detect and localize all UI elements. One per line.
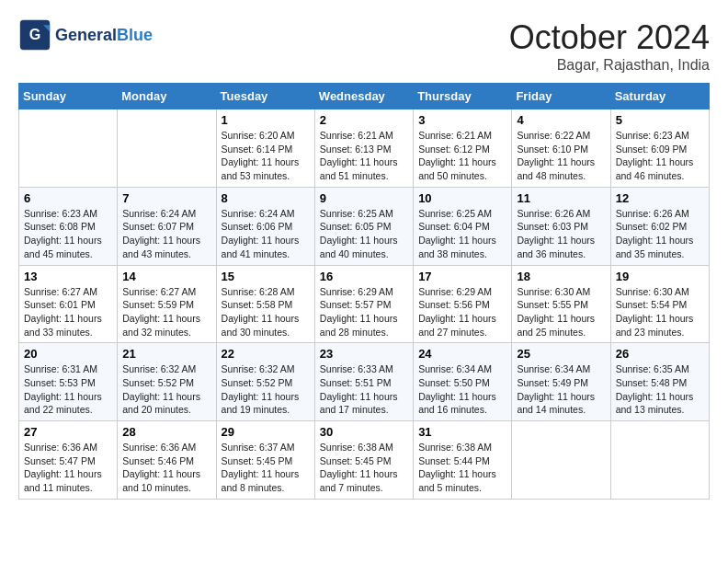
day-number: 18 bbox=[517, 270, 605, 283]
day-number: 17 bbox=[418, 270, 506, 283]
cell-content: Sunrise: 6:37 AM Sunset: 5:45 PM Dayligh… bbox=[222, 441, 310, 495]
week-row-2: 6Sunrise: 6:23 AM Sunset: 6:08 PM Daylig… bbox=[19, 187, 710, 265]
location: Bagar, Rajasthan, India bbox=[509, 57, 710, 74]
day-number: 28 bbox=[122, 425, 210, 439]
svg-text:G: G bbox=[29, 26, 41, 42]
day-number: 14 bbox=[122, 270, 210, 283]
cell-content: Sunrise: 6:24 AM Sunset: 6:06 PM Dayligh… bbox=[222, 207, 310, 261]
day-number: 24 bbox=[418, 347, 506, 361]
calendar-cell bbox=[19, 109, 118, 188]
cell-content: Sunrise: 6:26 AM Sunset: 6:03 PM Dayligh… bbox=[517, 207, 605, 261]
day-number: 11 bbox=[517, 191, 605, 205]
day-number: 25 bbox=[517, 347, 605, 361]
calendar-cell: 21Sunrise: 6:32 AM Sunset: 5:52 PM Dayli… bbox=[118, 343, 216, 421]
day-number: 6 bbox=[24, 191, 112, 205]
calendar-cell: 2Sunrise: 6:21 AM Sunset: 6:13 PM Daylig… bbox=[314, 109, 413, 188]
weekday-header-saturday: Saturday bbox=[610, 84, 709, 109]
cell-content: Sunrise: 6:21 AM Sunset: 6:12 PM Dayligh… bbox=[418, 129, 506, 183]
cell-content: Sunrise: 6:34 AM Sunset: 5:49 PM Dayligh… bbox=[517, 362, 605, 417]
cell-content: Sunrise: 6:22 AM Sunset: 6:10 PM Dayligh… bbox=[517, 129, 605, 183]
day-number: 3 bbox=[418, 113, 506, 127]
cell-content: Sunrise: 6:36 AM Sunset: 5:47 PM Dayligh… bbox=[24, 441, 112, 495]
cell-content: Sunrise: 6:33 AM Sunset: 5:51 PM Dayligh… bbox=[320, 362, 408, 417]
calendar-cell: 22Sunrise: 6:32 AM Sunset: 5:52 PM Dayli… bbox=[216, 343, 314, 421]
day-number: 4 bbox=[517, 113, 605, 127]
cell-content: Sunrise: 6:24 AM Sunset: 6:07 PM Dayligh… bbox=[122, 207, 210, 261]
cell-content: Sunrise: 6:29 AM Sunset: 5:56 PM Dayligh… bbox=[418, 285, 506, 339]
day-number: 13 bbox=[24, 270, 112, 283]
cell-content: Sunrise: 6:26 AM Sunset: 6:02 PM Dayligh… bbox=[616, 207, 704, 261]
day-number: 20 bbox=[24, 347, 112, 361]
day-number: 16 bbox=[320, 270, 408, 283]
day-number: 15 bbox=[222, 270, 310, 283]
calendar-cell: 7Sunrise: 6:24 AM Sunset: 6:07 PM Daylig… bbox=[118, 187, 216, 265]
cell-content: Sunrise: 6:31 AM Sunset: 5:53 PM Dayligh… bbox=[24, 362, 112, 417]
calendar-cell: 13Sunrise: 6:27 AM Sunset: 6:01 PM Dayli… bbox=[19, 265, 118, 343]
day-number: 26 bbox=[616, 347, 704, 361]
calendar-cell: 11Sunrise: 6:26 AM Sunset: 6:03 PM Dayli… bbox=[512, 187, 610, 265]
cell-content: Sunrise: 6:29 AM Sunset: 5:57 PM Dayligh… bbox=[320, 285, 408, 339]
weekday-header-row: SundayMondayTuesdayWednesdayThursdayFrid… bbox=[19, 84, 710, 109]
calendar-cell: 12Sunrise: 6:26 AM Sunset: 6:02 PM Dayli… bbox=[610, 187, 709, 265]
calendar-cell bbox=[118, 109, 216, 188]
calendar-cell: 30Sunrise: 6:38 AM Sunset: 5:45 PM Dayli… bbox=[314, 421, 413, 500]
calendar-cell: 26Sunrise: 6:35 AM Sunset: 5:48 PM Dayli… bbox=[610, 343, 709, 421]
logo-icon: G bbox=[18, 18, 51, 52]
weekday-header-monday: Monday bbox=[118, 84, 216, 109]
calendar-cell: 29Sunrise: 6:37 AM Sunset: 5:45 PM Dayli… bbox=[216, 421, 314, 500]
cell-content: Sunrise: 6:30 AM Sunset: 5:55 PM Dayligh… bbox=[517, 285, 605, 339]
day-number: 29 bbox=[222, 425, 310, 439]
calendar-cell: 15Sunrise: 6:28 AM Sunset: 5:58 PM Dayli… bbox=[216, 265, 314, 343]
calendar-cell: 24Sunrise: 6:34 AM Sunset: 5:50 PM Dayli… bbox=[414, 343, 512, 421]
calendar-cell: 31Sunrise: 6:38 AM Sunset: 5:44 PM Dayli… bbox=[414, 421, 512, 500]
calendar-cell bbox=[610, 421, 709, 500]
calendar-cell: 28Sunrise: 6:36 AM Sunset: 5:46 PM Dayli… bbox=[118, 421, 216, 500]
calendar-cell: 5Sunrise: 6:23 AM Sunset: 6:09 PM Daylig… bbox=[610, 109, 709, 188]
day-number: 19 bbox=[616, 270, 704, 283]
day-number: 21 bbox=[122, 347, 210, 361]
cell-content: Sunrise: 6:25 AM Sunset: 6:05 PM Dayligh… bbox=[320, 207, 408, 261]
cell-content: Sunrise: 6:38 AM Sunset: 5:44 PM Dayligh… bbox=[418, 441, 506, 495]
calendar-cell: 16Sunrise: 6:29 AM Sunset: 5:57 PM Dayli… bbox=[314, 265, 413, 343]
cell-content: Sunrise: 6:21 AM Sunset: 6:13 PM Dayligh… bbox=[320, 129, 408, 183]
week-row-5: 27Sunrise: 6:36 AM Sunset: 5:47 PM Dayli… bbox=[19, 421, 710, 500]
weekday-header-wednesday: Wednesday bbox=[314, 84, 413, 109]
calendar-cell: 6Sunrise: 6:23 AM Sunset: 6:08 PM Daylig… bbox=[19, 187, 118, 265]
cell-content: Sunrise: 6:23 AM Sunset: 6:09 PM Dayligh… bbox=[616, 129, 704, 183]
cell-content: Sunrise: 6:20 AM Sunset: 6:14 PM Dayligh… bbox=[222, 129, 310, 183]
cell-content: Sunrise: 6:34 AM Sunset: 5:50 PM Dayligh… bbox=[418, 362, 506, 417]
day-number: 1 bbox=[222, 113, 310, 127]
cell-content: Sunrise: 6:38 AM Sunset: 5:45 PM Dayligh… bbox=[320, 441, 408, 495]
calendar-cell: 4Sunrise: 6:22 AM Sunset: 6:10 PM Daylig… bbox=[512, 109, 610, 188]
weekday-header-tuesday: Tuesday bbox=[216, 84, 314, 109]
calendar-cell: 19Sunrise: 6:30 AM Sunset: 5:54 PM Dayli… bbox=[610, 265, 709, 343]
calendar-cell: 14Sunrise: 6:27 AM Sunset: 5:59 PM Dayli… bbox=[118, 265, 216, 343]
week-row-4: 20Sunrise: 6:31 AM Sunset: 5:53 PM Dayli… bbox=[19, 343, 710, 421]
calendar-cell: 18Sunrise: 6:30 AM Sunset: 5:55 PM Dayli… bbox=[512, 265, 610, 343]
day-number: 10 bbox=[418, 191, 506, 205]
calendar-cell: 3Sunrise: 6:21 AM Sunset: 6:12 PM Daylig… bbox=[414, 109, 512, 188]
calendar-cell: 8Sunrise: 6:24 AM Sunset: 6:06 PM Daylig… bbox=[216, 187, 314, 265]
week-row-1: 1Sunrise: 6:20 AM Sunset: 6:14 PM Daylig… bbox=[19, 109, 710, 188]
calendar-cell: 27Sunrise: 6:36 AM Sunset: 5:47 PM Dayli… bbox=[19, 421, 118, 500]
calendar-table: SundayMondayTuesdayWednesdayThursdayFrid… bbox=[18, 83, 710, 500]
calendar-cell bbox=[512, 421, 610, 500]
weekday-header-thursday: Thursday bbox=[414, 84, 512, 109]
cell-content: Sunrise: 6:28 AM Sunset: 5:58 PM Dayligh… bbox=[222, 285, 310, 339]
day-number: 2 bbox=[320, 113, 408, 127]
calendar-cell: 25Sunrise: 6:34 AM Sunset: 5:49 PM Dayli… bbox=[512, 343, 610, 421]
calendar-cell: 10Sunrise: 6:25 AM Sunset: 6:04 PM Dayli… bbox=[414, 187, 512, 265]
page-header: G GeneralBlue October 2024 Bagar, Rajast… bbox=[18, 18, 710, 74]
weekday-header-sunday: Sunday bbox=[19, 84, 118, 109]
day-number: 8 bbox=[222, 191, 310, 205]
calendar-cell: 9Sunrise: 6:25 AM Sunset: 6:05 PM Daylig… bbox=[314, 187, 413, 265]
day-number: 9 bbox=[320, 191, 408, 205]
logo: G GeneralBlue bbox=[18, 18, 153, 52]
cell-content: Sunrise: 6:32 AM Sunset: 5:52 PM Dayligh… bbox=[122, 362, 210, 417]
cell-content: Sunrise: 6:30 AM Sunset: 5:54 PM Dayligh… bbox=[616, 285, 704, 339]
calendar-cell: 17Sunrise: 6:29 AM Sunset: 5:56 PM Dayli… bbox=[414, 265, 512, 343]
day-number: 12 bbox=[616, 191, 704, 205]
day-number: 5 bbox=[616, 113, 704, 127]
weekday-header-friday: Friday bbox=[512, 84, 610, 109]
cell-content: Sunrise: 6:27 AM Sunset: 6:01 PM Dayligh… bbox=[24, 285, 112, 339]
